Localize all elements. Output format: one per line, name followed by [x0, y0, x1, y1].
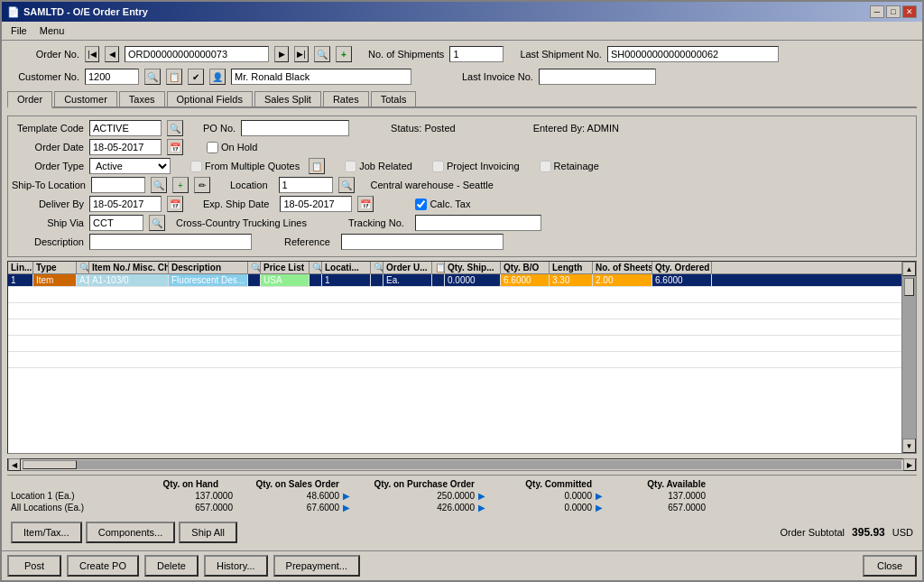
table-row-empty5 — [8, 352, 901, 368]
close-window-button[interactable]: ✕ — [902, 5, 917, 18]
order-date-input[interactable] — [89, 139, 162, 155]
delete-button[interactable]: Delete — [144, 555, 199, 577]
add-order-button[interactable]: + — [336, 46, 352, 62]
scroll-up-button[interactable]: ▲ — [902, 262, 916, 276]
order-date-label: Order Date — [12, 142, 84, 152]
minimize-button[interactable]: ─ — [870, 5, 884, 18]
prev-record-button[interactable]: ◀ — [105, 46, 119, 62]
template-search-button[interactable]: 🔍 — [167, 120, 183, 136]
last-shipment-no-input[interactable] — [607, 46, 779, 62]
scroll-down-button[interactable]: ▼ — [902, 439, 916, 453]
loc1-committed-arrow[interactable]: ▶ — [596, 491, 603, 501]
tab-order[interactable]: Order — [7, 91, 52, 108]
qty-available-header: Qty. Available — [606, 479, 706, 489]
cell-item-no-text: A1-103/0 — [89, 274, 169, 286]
tab-taxes[interactable]: Taxes — [119, 91, 165, 106]
col-search1[interactable]: 🔍 — [77, 262, 89, 273]
calc-tax-checkbox[interactable] — [415, 199, 427, 210]
on-hold-checkbox[interactable] — [207, 142, 218, 153]
scroll-right-button[interactable]: ▶ — [903, 458, 916, 471]
from-multiple-quotes-checkbox[interactable] — [190, 161, 202, 172]
scroll-track[interactable] — [902, 276, 916, 439]
table-header: Lin... Type 🔍 Item No./ Misc. Charge Des… — [8, 262, 901, 274]
order-type-select[interactable]: Active — [89, 158, 171, 174]
customer-icon3[interactable]: 👤 — [209, 69, 226, 85]
search-order-button[interactable]: 🔍 — [314, 46, 330, 62]
tab-optional-fields[interactable]: Optional Fields — [167, 91, 253, 106]
close-button[interactable]: Close — [863, 555, 917, 577]
col-search4[interactable]: 🔍 — [371, 262, 383, 273]
location-search-button[interactable]: 🔍 — [338, 177, 355, 193]
job-related-checkbox[interactable] — [345, 161, 356, 172]
last-invoice-no-input[interactable] — [539, 69, 656, 85]
po-no-input[interactable] — [241, 120, 349, 136]
history-button[interactable]: History... — [204, 555, 268, 577]
first-record-button[interactable]: |◀ — [85, 46, 99, 62]
search-customer-button[interactable]: 🔍 — [144, 69, 161, 85]
last-shipment-no-label: Last Shipment No. — [520, 49, 602, 60]
ship-to-location-input[interactable] — [91, 177, 145, 193]
exp-ship-date-input[interactable] — [280, 196, 352, 212]
customer-icon1[interactable]: 📋 — [166, 69, 182, 85]
description-input[interactable] — [89, 234, 252, 250]
menu-file[interactable]: File — [5, 23, 32, 38]
ship-via-search-button[interactable]: 🔍 — [149, 215, 165, 231]
template-code-input[interactable] — [89, 120, 162, 136]
scroll-thumb[interactable] — [904, 278, 914, 296]
tab-sales-split[interactable]: Sales Split — [254, 91, 321, 106]
col-item-no: Item No./ Misc. Charge — [89, 262, 169, 273]
order-date-calendar[interactable]: 📅 — [167, 139, 183, 155]
ship-to-add-button[interactable]: + — [172, 177, 189, 193]
tab-totals[interactable]: Totals — [371, 91, 417, 106]
tracking-no-label: Tracking No. — [348, 217, 404, 228]
menu-menu[interactable]: Menu — [34, 23, 70, 38]
loc1-available: 137.0000 — [606, 491, 706, 501]
order-no-input[interactable] — [125, 46, 269, 62]
customer-name-input[interactable] — [231, 69, 411, 85]
col-search3[interactable]: 🔍 — [310, 262, 322, 273]
col-no-of-sheets: No. of Sheets — [593, 262, 652, 273]
prepayment-button[interactable]: Prepayment... — [273, 555, 360, 577]
scroll-left-button[interactable]: ◀ — [8, 458, 21, 471]
last-record-button[interactable]: ▶| — [294, 46, 309, 62]
scroll-bar-thumb[interactable] — [23, 460, 77, 469]
multiple-quotes-icon[interactable]: 📋 — [309, 158, 325, 174]
post-button[interactable]: Post — [7, 555, 61, 577]
cell-qty-ordered: 6.6000 — [652, 274, 712, 286]
no-of-shipments-input[interactable] — [449, 46, 504, 62]
all-committed-arrow[interactable]: ▶ — [596, 503, 603, 513]
ship-to-edit-button[interactable]: ✏ — [194, 177, 210, 193]
create-po-button[interactable]: Create PO — [67, 555, 139, 577]
deliver-by-input[interactable] — [89, 196, 162, 212]
customer-no-input[interactable] — [85, 69, 139, 85]
all-po-arrow[interactable]: ▶ — [478, 503, 485, 513]
col-search2[interactable]: 🔍 — [248, 262, 261, 273]
components-button[interactable]: Components... — [86, 522, 176, 543]
project-invoicing-checkbox[interactable] — [432, 161, 444, 172]
table-scrollbar[interactable]: ▲ ▼ — [901, 262, 916, 453]
loc1-sales-arrow[interactable]: ▶ — [343, 491, 350, 501]
ship-via-input[interactable] — [89, 215, 143, 231]
col-location: Locati... — [322, 262, 371, 273]
tracking-no-input[interactable] — [415, 215, 541, 231]
form-row7: Description Reference — [12, 234, 912, 250]
tab-customer[interactable]: Customer — [54, 91, 117, 106]
tab-rates[interactable]: Rates — [323, 91, 369, 106]
ship-to-search-button[interactable]: 🔍 — [151, 177, 167, 193]
all-sales-arrow[interactable]: ▶ — [343, 503, 350, 513]
reference-input[interactable] — [341, 234, 504, 250]
maximize-button[interactable]: □ — [886, 5, 901, 18]
customer-icon2[interactable]: ✔ — [188, 69, 204, 85]
ship-all-button[interactable]: Ship All — [179, 522, 237, 543]
item-tax-button[interactable]: Item/Tax... — [11, 522, 82, 543]
exp-ship-date-calendar[interactable]: 📅 — [357, 196, 374, 212]
location-input[interactable] — [279, 177, 333, 193]
scroll-bar-track[interactable] — [23, 460, 901, 469]
table-row[interactable]: 1 Item A1-103/0 A1-103/0 Fluorescent Des… — [8, 274, 901, 287]
tab-bar: Order Customer Taxes Optional Fields Sal… — [7, 91, 917, 108]
horizontal-scrollbar[interactable]: ◀ ▶ — [7, 458, 917, 471]
loc1-po-arrow[interactable]: ▶ — [478, 491, 485, 501]
next-record-button[interactable]: ▶ — [274, 46, 289, 62]
deliver-by-calendar[interactable]: 📅 — [167, 196, 183, 212]
retainage-checkbox[interactable] — [540, 161, 551, 172]
